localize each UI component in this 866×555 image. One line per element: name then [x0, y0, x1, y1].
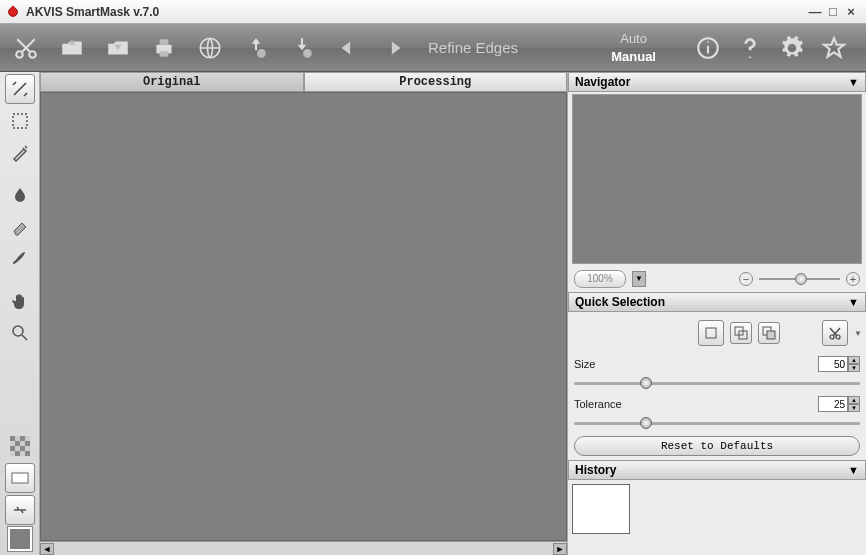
help-icon[interactable] — [732, 30, 768, 66]
svg-rect-15 — [25, 441, 30, 446]
drop-tool[interactable] — [5, 180, 35, 210]
main-toolbar: Refine Edges Auto Manual — [0, 24, 866, 72]
magic-brush-tool[interactable] — [5, 138, 35, 168]
scroll-right-icon[interactable]: ► — [553, 543, 567, 555]
checker-view-icon[interactable] — [5, 431, 35, 461]
svg-rect-13 — [20, 436, 25, 441]
right-panel: Navigator ▼ 100% ▼ − + Quick Selection ▼ — [568, 72, 866, 555]
zoom-slider[interactable] — [759, 274, 840, 284]
navigator-preview[interactable] — [572, 94, 862, 264]
favorite-icon[interactable] — [816, 30, 852, 66]
svg-rect-12 — [10, 436, 15, 441]
tol-up[interactable]: ▲ — [848, 396, 860, 404]
collapse-icon[interactable]: ▼ — [848, 76, 859, 88]
size-down[interactable]: ▼ — [848, 364, 860, 372]
redo-icon[interactable] — [376, 30, 412, 66]
svg-point-6 — [257, 49, 266, 58]
quick-selection-header[interactable]: Quick Selection ▼ — [568, 292, 866, 312]
zoom-value[interactable]: 100% — [574, 270, 626, 288]
canvas-hscrollbar[interactable]: ◄ ► — [40, 541, 567, 555]
center-area: Original Processing ◄ ► — [40, 72, 568, 555]
window-title: AKVIS SmartMask v.7.0 — [26, 5, 159, 19]
history-header[interactable]: History ▼ — [568, 460, 866, 480]
canvas[interactable] — [40, 92, 567, 541]
svg-rect-14 — [15, 441, 20, 446]
save-icon[interactable] — [100, 30, 136, 66]
size-up[interactable]: ▲ — [848, 356, 860, 364]
magic-wand-tool[interactable] — [5, 74, 35, 104]
svg-rect-20 — [12, 473, 28, 483]
navigator-header[interactable]: Navigator ▼ — [568, 72, 866, 92]
zoom-out-button[interactable]: − — [739, 272, 753, 286]
scroll-left-icon[interactable]: ◄ — [40, 543, 54, 555]
view-mode-2-icon[interactable] — [5, 495, 35, 525]
tolerance-label: Tolerance — [574, 398, 622, 410]
add-selection-icon[interactable] — [730, 322, 752, 344]
reset-defaults-button[interactable]: Reset to Defaults — [574, 436, 860, 456]
mode-switch: Auto Manual — [587, 28, 680, 68]
svg-point-10 — [13, 326, 23, 336]
brush-tool[interactable] — [5, 244, 35, 274]
mode-manual[interactable]: Manual — [611, 48, 656, 66]
collapse-icon[interactable]: ▼ — [848, 296, 859, 308]
mode-auto[interactable]: Auto — [620, 30, 647, 48]
import-settings-icon[interactable] — [238, 30, 274, 66]
close-button[interactable]: × — [842, 4, 860, 19]
new-selection-icon[interactable] — [698, 320, 724, 346]
view-tabs: Original Processing — [40, 72, 567, 92]
subtract-selection-icon[interactable] — [758, 322, 780, 344]
undo-icon[interactable] — [330, 30, 366, 66]
app-logo-icon — [6, 5, 20, 19]
svg-rect-3 — [160, 39, 169, 44]
history-thumbnail[interactable] — [572, 484, 630, 534]
history-panel — [568, 480, 866, 538]
tolerance-input[interactable] — [818, 396, 848, 412]
refine-edges-button[interactable]: Refine Edges — [428, 39, 518, 56]
size-slider[interactable] — [574, 376, 860, 390]
tab-processing[interactable]: Processing — [304, 72, 568, 92]
zoom-in-button[interactable]: + — [846, 272, 860, 286]
share-icon[interactable] — [192, 30, 228, 66]
zoom-tool[interactable] — [5, 318, 35, 348]
svg-rect-21 — [706, 328, 716, 338]
info-icon[interactable] — [690, 30, 726, 66]
print-icon[interactable] — [146, 30, 182, 66]
titlebar: AKVIS SmartMask v.7.0 — □ × — [0, 0, 866, 24]
open-icon[interactable] — [54, 30, 90, 66]
zoom-controls: 100% ▼ − + — [568, 266, 866, 292]
export-settings-icon[interactable] — [284, 30, 320, 66]
main-area: Original Processing ◄ ► Navigator ▼ 100%… — [0, 72, 866, 555]
tol-down[interactable]: ▼ — [848, 404, 860, 412]
svg-rect-9 — [13, 114, 27, 128]
minimize-button[interactable]: — — [806, 4, 824, 19]
svg-point-7 — [303, 49, 312, 58]
tolerance-slider[interactable] — [574, 416, 860, 430]
scissors-mode-icon[interactable] — [822, 320, 848, 346]
svg-rect-18 — [15, 451, 20, 456]
tab-original[interactable]: Original — [40, 72, 304, 92]
svg-rect-4 — [160, 51, 169, 56]
marquee-tool[interactable] — [5, 106, 35, 136]
maximize-button[interactable]: □ — [824, 4, 842, 19]
size-label: Size — [574, 358, 595, 370]
quick-selection-title: Quick Selection — [575, 295, 665, 309]
quick-selection-panel: ▼ Size ▲▼ Tolerance ▲▼ Reset to Defaults — [568, 312, 866, 460]
left-toolbox — [0, 72, 40, 555]
size-input[interactable] — [818, 356, 848, 372]
scissors-icon[interactable] — [8, 30, 44, 66]
view-mode-1-icon[interactable] — [5, 463, 35, 493]
zoom-dropdown-icon[interactable]: ▼ — [632, 271, 646, 287]
settings-icon[interactable] — [774, 30, 810, 66]
svg-rect-17 — [20, 446, 25, 451]
navigator-title: Navigator — [575, 75, 630, 89]
svg-rect-19 — [25, 451, 30, 456]
svg-rect-25 — [767, 331, 775, 339]
eraser-tool[interactable] — [5, 212, 35, 242]
color-swatch[interactable] — [8, 527, 32, 551]
history-title: History — [575, 463, 616, 477]
collapse-icon[interactable]: ▼ — [848, 464, 859, 476]
svg-rect-16 — [10, 446, 15, 451]
hand-tool[interactable] — [5, 286, 35, 316]
